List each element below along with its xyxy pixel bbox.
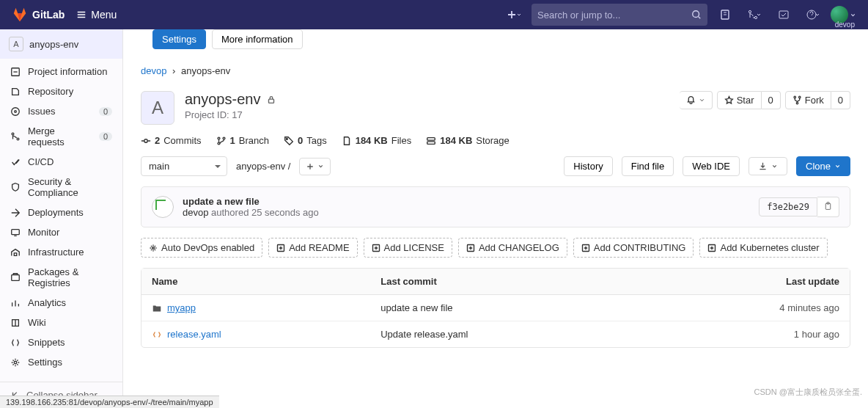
file-commit[interactable]: Update release.yaml [370, 321, 645, 347]
chip-add-license[interactable]: Add LICENSE [364, 238, 452, 258]
sidebar-badge: 0 [99, 132, 112, 141]
sidebar-icon [10, 131, 21, 142]
svg-point-18 [796, 102, 798, 103]
clone-button[interactable]: Clone [796, 156, 850, 176]
plus-square-icon [372, 244, 380, 252]
sidebar-icon [10, 182, 21, 192]
project-id: Project ID: 17 [185, 109, 276, 120]
sidebar-item[interactable]: Merge requests0 [0, 121, 122, 152]
svg-point-7 [12, 107, 20, 115]
fork-label: Fork [805, 95, 824, 106]
project-actions: Star 0 Fork 0 [680, 91, 850, 109]
search-input[interactable] [537, 10, 691, 21]
star-count[interactable]: 0 [762, 91, 781, 109]
find-file-button[interactable]: Find file [622, 156, 674, 176]
commit-author[interactable]: devop [183, 207, 208, 218]
sidebar-item[interactable]: Settings [0, 352, 122, 372]
hamburger-menu[interactable]: Menu [70, 9, 122, 21]
sidebar-item[interactable]: Deployments [0, 203, 122, 222]
file-icon [342, 136, 352, 146]
file-commit[interactable]: update a new file [370, 295, 645, 321]
tab-settings[interactable]: Settings [152, 29, 206, 49]
history-button[interactable]: History [564, 156, 612, 176]
sidebar-label: Analytics [28, 297, 66, 308]
notifications-dropdown[interactable] [680, 91, 713, 109]
download-button[interactable] [749, 157, 787, 175]
sidebar-item[interactable]: Packages & Registries [0, 262, 122, 293]
tab-more-info[interactable]: More information [212, 29, 303, 49]
chevron-down-icon [317, 163, 324, 170]
sidebar-item[interactable]: Infrastructure [0, 242, 122, 262]
sidebar-label: Monitor [28, 227, 59, 238]
fork-count[interactable]: 0 [831, 91, 850, 109]
sidebar-item[interactable]: Wiki [0, 313, 122, 332]
star-button[interactable]: Star [717, 91, 762, 109]
table-row[interactable]: myappupdate a new file4 minutes ago [141, 295, 850, 321]
commit-authored-label: authored [211, 207, 249, 218]
tanuki-icon [12, 7, 28, 23]
project-header: A anyops-env Project ID: 17 Star 0 Fork [141, 84, 850, 135]
sidebar-item[interactable]: Project information [0, 62, 122, 81]
sidebar-item[interactable]: Monitor [0, 222, 122, 242]
commit-icon [141, 136, 151, 146]
commit-message[interactable]: update a new file [183, 196, 750, 207]
file-name[interactable]: release.yaml [152, 329, 360, 340]
stat-files[interactable]: 184 KBFiles [342, 135, 412, 146]
sidebar-item[interactable]: Snippets [0, 332, 122, 352]
issues-shortcut[interactable] [713, 3, 737, 26]
lock-icon [266, 95, 276, 105]
chip-add-readme[interactable]: Add README [268, 238, 357, 258]
project-avatar: A [141, 91, 174, 125]
sidebar-item[interactable]: CI/CD [0, 152, 122, 172]
new-dropdown[interactable] [502, 3, 526, 26]
chip-add-k8s[interactable]: Add Kubernetes cluster [699, 238, 827, 258]
stat-branches[interactable]: 1Branch [216, 135, 269, 146]
last-commit: update a new file devop authored 25 seco… [141, 186, 850, 227]
web-ide-button[interactable]: Web IDE [683, 156, 740, 176]
stat-storage[interactable]: 184 KBStorage [426, 135, 510, 146]
sidebar-item[interactable]: Issues0 [0, 101, 122, 121]
svg-point-9 [12, 133, 14, 135]
plus-icon [306, 162, 315, 171]
todos-shortcut[interactable] [772, 3, 795, 26]
sidebar-icon [10, 208, 21, 218]
chip-add-contributing[interactable]: Add CONTRIBUTING [573, 238, 694, 258]
plus-square-icon [466, 244, 475, 252]
copy-sha-button[interactable] [817, 197, 839, 217]
sidebar-item[interactable]: Repository [0, 81, 122, 101]
file-name[interactable]: myapp [152, 302, 360, 313]
fork-button[interactable]: Fork [785, 91, 831, 109]
path-sep: / [288, 161, 291, 172]
table-row[interactable]: release.yamlUpdate release.yaml1 hour ag… [141, 321, 850, 347]
gitlab-logo[interactable]: GitLab [12, 7, 65, 23]
stat-commits[interactable]: 2Commits [141, 135, 202, 146]
sidebar-item[interactable]: Security & Compliance [0, 172, 122, 203]
issues-icon [719, 9, 731, 21]
chip-add-changelog[interactable]: Add CHANGELOG [458, 238, 567, 258]
crumb-group[interactable]: devop [141, 65, 166, 76]
svg-point-8 [15, 110, 17, 112]
svg-rect-25 [427, 141, 435, 144]
branch-select[interactable]: main [141, 156, 227, 176]
add-to-tree[interactable] [299, 158, 331, 175]
svg-rect-11 [12, 229, 20, 234]
crumb-project[interactable]: anyops-env [181, 65, 230, 76]
search-icon [691, 10, 702, 20]
mr-shortcut[interactable] [743, 3, 766, 26]
sidebar-icon [10, 272, 21, 283]
sidebar-project-header[interactable]: A anyops-env [0, 29, 122, 59]
sidebar-icon [10, 227, 21, 238]
chip-auto-devops[interactable]: Auto DevOps enabled [141, 238, 262, 258]
help-dropdown[interactable] [801, 3, 825, 26]
stat-tags[interactable]: 0Tags [284, 135, 327, 146]
plus-square-icon [581, 244, 590, 252]
breadcrumb: devop › anyops-env [141, 58, 850, 84]
sidebar-item[interactable]: Analytics [0, 293, 122, 313]
search-box[interactable] [532, 4, 707, 26]
sidebar-label: Infrastructure [28, 247, 84, 258]
path-root[interactable]: anyops-env [236, 161, 285, 172]
sidebar-label: Snippets [28, 337, 65, 348]
commit-sha[interactable]: f3e2be29 [759, 197, 817, 216]
sidebar-label: Project information [28, 66, 107, 77]
suggested-actions: Auto DevOps enabled Add README Add LICEN… [141, 238, 850, 258]
